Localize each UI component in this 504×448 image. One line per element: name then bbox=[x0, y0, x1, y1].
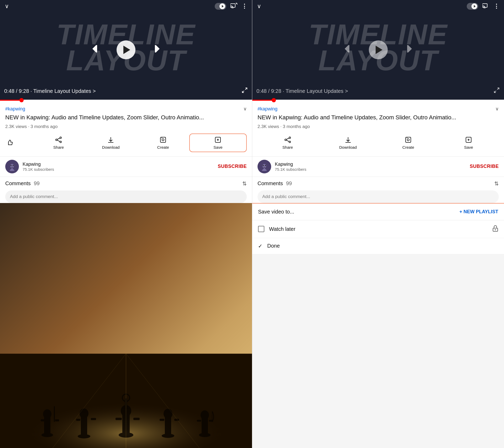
collapse-video-icon-right[interactable]: ∨ bbox=[257, 3, 261, 10]
svg-rect-34 bbox=[91, 418, 96, 420]
watch-later-checkbox[interactable] bbox=[258, 226, 264, 232]
more-options-icon-right[interactable]: ⋮ bbox=[494, 3, 499, 10]
svg-line-11 bbox=[57, 140, 60, 141]
svg-point-63 bbox=[289, 137, 291, 138]
channel-avatar-right bbox=[258, 160, 271, 173]
channel-row-right: Kapwing 75.1K subscribers SUBSCRIBE bbox=[252, 156, 504, 177]
collapse-icon-right[interactable]: ∨ bbox=[495, 106, 499, 112]
video-time-left: 0:48 / 9:28 · Timeline Layout Updates > bbox=[4, 88, 96, 94]
svg-point-26 bbox=[43, 409, 51, 419]
more-options-icon-left[interactable]: ⋮ bbox=[242, 3, 247, 10]
channel-name-right: Kapwing bbox=[275, 162, 470, 167]
done-checkmark: ✓ bbox=[258, 243, 262, 249]
left-panel: TIMELINE LAYOUT ∨ ⋮ bbox=[0, 0, 252, 448]
collapse-video-icon-left[interactable]: ∨ bbox=[5, 3, 9, 10]
video-player-right: TIMELINE LAYOUT ∨ ⋮ bbox=[252, 0, 504, 100]
svg-rect-69 bbox=[406, 137, 411, 142]
watch-later-label: Watch later bbox=[269, 226, 488, 232]
svg-rect-28 bbox=[55, 419, 59, 421]
subscribe-button-left[interactable]: SUBSCRIBE bbox=[218, 164, 247, 169]
video-player-left: TIMELINE LAYOUT ∨ ⋮ bbox=[0, 0, 252, 100]
svg-line-10 bbox=[57, 138, 60, 139]
new-playlist-button[interactable]: + NEW PLAYLIST bbox=[459, 209, 498, 215]
done-label: Done bbox=[267, 243, 280, 249]
svg-line-61 bbox=[497, 88, 499, 90]
channel-name-left: Kapwing bbox=[23, 162, 218, 167]
download-button-right[interactable]: Download bbox=[318, 134, 378, 152]
right-panel: TIMELINE LAYOUT ∨ ⋮ bbox=[252, 0, 504, 448]
channel-subs-right: 75.1K subscribers bbox=[275, 167, 470, 172]
skip-fwd-icon-right[interactable] bbox=[403, 44, 413, 56]
svg-rect-50 bbox=[197, 420, 201, 422]
progress-fill-right bbox=[252, 100, 274, 101]
svg-rect-27 bbox=[41, 419, 45, 421]
autoplay-toggle-right[interactable] bbox=[467, 3, 478, 10]
sort-icon-right[interactable]: ⇅ bbox=[494, 180, 499, 187]
download-button-left[interactable]: Download bbox=[85, 134, 137, 152]
svg-rect-25 bbox=[44, 417, 50, 435]
video-time-right: 0:48 / 9:28 · Timeline Layout Updates > bbox=[256, 88, 348, 94]
channel-subs-left: 75.1K subscribers bbox=[23, 167, 218, 172]
comment-input-right[interactable] bbox=[258, 190, 499, 203]
svg-rect-46 bbox=[174, 419, 179, 421]
collapse-icon-left[interactable]: ∨ bbox=[243, 106, 247, 112]
fullscreen-icon-right[interactable] bbox=[494, 87, 500, 95]
svg-rect-58 bbox=[348, 45, 349, 52]
svg-line-67 bbox=[286, 140, 289, 141]
svg-rect-2 bbox=[96, 45, 97, 52]
save-modal: Save video to... + NEW PLAYLIST Watch la… bbox=[252, 203, 504, 254]
skip-back-icon-right[interactable] bbox=[344, 44, 353, 56]
comment-input-left[interactable] bbox=[5, 190, 247, 203]
share-button-right[interactable]: Share bbox=[258, 134, 318, 152]
sort-icon-left[interactable]: ⇅ bbox=[242, 180, 247, 187]
fullscreen-icon-left[interactable] bbox=[242, 87, 248, 95]
autoplay-toggle-left[interactable] bbox=[215, 3, 226, 10]
create-button-right[interactable]: Create bbox=[378, 134, 439, 152]
svg-point-21 bbox=[13, 165, 14, 166]
hashtag-left[interactable]: #kapwing bbox=[5, 106, 25, 112]
video-topbar-left: ∨ ⋮ bbox=[0, 3, 252, 10]
comments-label-right: Comments bbox=[258, 180, 283, 186]
svg-point-20 bbox=[10, 165, 12, 166]
skip-fwd-icon-left[interactable] bbox=[151, 44, 161, 56]
create-button-left[interactable]: Create bbox=[137, 134, 189, 152]
progress-bar-right[interactable] bbox=[252, 100, 504, 101]
comments-count-left: 99 bbox=[34, 180, 40, 186]
save-modal-header: Save video to... + NEW PLAYLIST bbox=[252, 204, 504, 220]
play-button-right[interactable] bbox=[369, 40, 388, 59]
save-button-right[interactable]: Save bbox=[438, 134, 499, 152]
cast-icon-left[interactable] bbox=[230, 3, 237, 10]
channel-info-right: Kapwing 75.1K subscribers bbox=[275, 162, 470, 172]
progress-bar-left[interactable] bbox=[0, 100, 252, 101]
svg-point-49 bbox=[201, 410, 209, 420]
hashtag-right[interactable]: #kapwing bbox=[258, 106, 277, 112]
subscribe-button-right[interactable]: SUBSCRIBE bbox=[470, 164, 499, 169]
video-stats-left: 2.3K views · 3 months ago bbox=[5, 124, 247, 129]
channel-row-left: Kapwing 75.1K subscribers SUBSCRIBE bbox=[0, 156, 252, 177]
video-bottom-right: 0:48 / 9:28 · Timeline Layout Updates > bbox=[252, 87, 504, 95]
center-controls-right bbox=[344, 40, 413, 59]
svg-line-6 bbox=[242, 91, 244, 93]
svg-rect-38 bbox=[116, 418, 122, 420]
video-topbar-right: ∨ ⋮ bbox=[252, 3, 504, 10]
watch-later-item[interactable]: Watch later bbox=[252, 220, 504, 238]
play-button-left[interactable] bbox=[117, 40, 135, 59]
tag-row-left: #kapwing ∨ bbox=[5, 106, 247, 112]
svg-rect-48 bbox=[202, 418, 208, 435]
skip-back-icon-left[interactable] bbox=[91, 44, 101, 56]
progress-dot-left bbox=[19, 98, 24, 102]
svg-point-7 bbox=[60, 137, 61, 138]
cast-icon-right[interactable] bbox=[482, 3, 489, 10]
action-bar-right: Share Download bbox=[252, 134, 504, 156]
save-button-left[interactable]: Save bbox=[189, 134, 247, 152]
content-area-left: #kapwing ∨ NEW in Kapwing: Audio and Tim… bbox=[0, 101, 252, 448]
svg-marker-3 bbox=[156, 45, 160, 52]
svg-point-76 bbox=[263, 165, 264, 166]
done-item[interactable]: ✓ Done bbox=[252, 238, 504, 254]
share-button-left[interactable]: Share bbox=[33, 134, 85, 152]
svg-rect-60 bbox=[407, 45, 408, 52]
svg-rect-45 bbox=[160, 419, 164, 421]
thumbnail-left bbox=[0, 203, 252, 448]
svg-rect-39 bbox=[133, 418, 140, 420]
like-button-left[interactable] bbox=[5, 136, 33, 149]
